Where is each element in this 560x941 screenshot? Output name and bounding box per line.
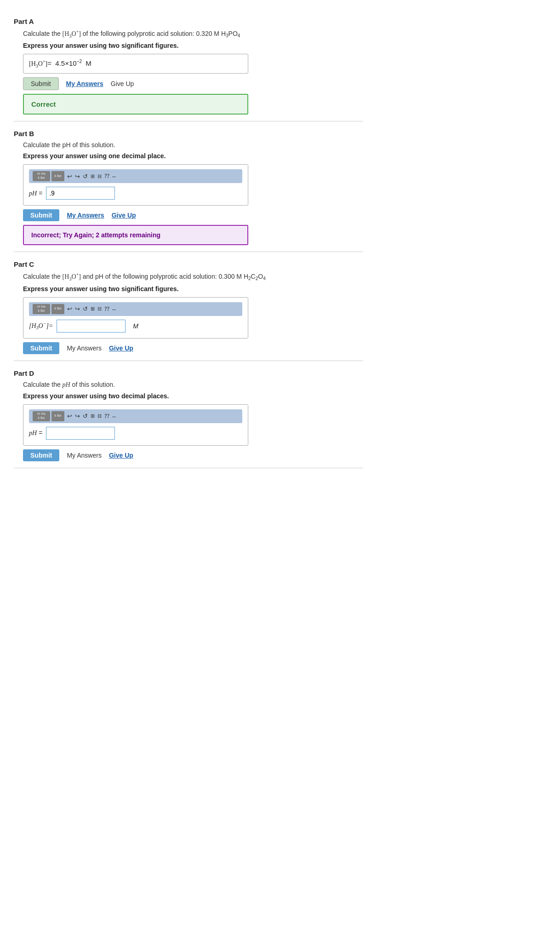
part-d-help-icon[interactable]: ⁇: [104, 413, 109, 419]
part-c-input[interactable]: [57, 320, 126, 333]
part-a-give-up-link[interactable]: Give Up: [111, 80, 134, 87]
part-d-label: Part D: [14, 369, 363, 377]
part-c-refresh-icon[interactable]: ↺: [83, 305, 88, 312]
part-d-answer-box: H Heli Be li Be ↩ ↪ ↺ ⊞ ⊟ ⁇ – pH =: [23, 404, 248, 446]
part-d-toolbar-btn2[interactable]: li Be: [51, 411, 64, 421]
part-a-answer-display: [H3O+]= 4.5×10−2 M: [23, 54, 248, 74]
part-b-incorrect-box: Incorrect; Try Again; 2 attempts remaini…: [23, 225, 248, 245]
part-a-status-text: Correct: [31, 100, 56, 108]
part-c-copy-icon[interactable]: ⊞: [91, 306, 95, 312]
part-c-menu-icon[interactable]: –: [112, 305, 116, 313]
part-c-input-label: [H3O−]=: [29, 321, 53, 330]
part-c-answer-box: H Heli Be li Be ↩ ↪ ↺ ⊞ ⊟ ⁇ – [H3O−]= M: [23, 297, 248, 339]
part-b: Part B Calculate the pH of this solution…: [14, 121, 363, 252]
part-d-submit-button[interactable]: Submit: [23, 449, 59, 461]
part-d-toolbar: H Heli Be li Be ↩ ↪ ↺ ⊞ ⊟ ⁇ –: [29, 409, 242, 423]
part-b-question: Calculate the pH of this solution.: [23, 141, 363, 149]
part-b-redo-icon[interactable]: ↪: [75, 173, 80, 180]
part-b-menu-icon[interactable]: –: [112, 172, 116, 180]
part-c-help-icon[interactable]: ⁇: [104, 306, 109, 312]
part-d-my-answers-link[interactable]: My Answers: [67, 452, 101, 459]
part-b-undo-icon[interactable]: ↩: [67, 173, 72, 180]
part-a-actions: Submit My Answers Give Up: [23, 77, 363, 90]
part-c-my-answers-link[interactable]: My Answers: [67, 344, 101, 352]
part-d-paste-icon[interactable]: ⊟: [97, 413, 102, 419]
part-c-toolbar-btn1[interactable]: H Heli Be: [33, 304, 50, 314]
part-c-toolbar: H Heli Be li Be ↩ ↪ ↺ ⊞ ⊟ ⁇ –: [29, 302, 242, 316]
part-a-label: Part A: [14, 17, 363, 25]
part-b-toolbar-btn1[interactable]: H Heli Be: [33, 171, 50, 181]
part-b-actions: Submit My Answers Give Up: [23, 209, 363, 221]
part-d-copy-icon[interactable]: ⊞: [91, 413, 95, 419]
part-d-instruction: Express your answer using two decimal pl…: [23, 392, 363, 400]
part-d-refresh-icon[interactable]: ↺: [83, 413, 88, 419]
part-c-input-row: [H3O−]= M: [29, 320, 242, 333]
part-a-instruction: Express your answer using two significan…: [23, 42, 363, 49]
part-c-toolbar-btn2[interactable]: li Be: [51, 304, 64, 314]
part-a-submit-button[interactable]: Submit: [23, 77, 59, 90]
part-d-toolbar-btn1[interactable]: H Heli Be: [33, 411, 50, 421]
part-a-question: Calculate the [H3O+] of the following po…: [23, 29, 363, 38]
part-a-my-answers-link[interactable]: My Answers: [66, 80, 103, 87]
part-c-actions: Submit My Answers Give Up: [23, 342, 363, 354]
part-d-redo-icon[interactable]: ↪: [75, 413, 80, 419]
part-c-question: Calculate the [H3O+] and pH of the follo…: [23, 272, 363, 281]
part-b-toolbar-buttons: H Heli Be li Be: [33, 171, 64, 181]
part-c-paste-icon[interactable]: ⊟: [97, 306, 102, 312]
part-d-menu-icon[interactable]: –: [112, 413, 116, 420]
part-d-actions: Submit My Answers Give Up: [23, 449, 363, 461]
part-d: Part D Calculate the pH of this solution…: [14, 361, 363, 468]
part-c-unit: M: [133, 322, 138, 330]
part-a: Part A Calculate the [H3O+] of the follo…: [14, 9, 363, 121]
part-b-my-answers-link[interactable]: My Answers: [67, 212, 104, 219]
part-b-submit-button[interactable]: Submit: [23, 209, 59, 221]
part-d-undo-icon[interactable]: ↩: [67, 413, 72, 419]
part-b-input-row: pH =: [29, 187, 242, 200]
part-b-toolbar-btn2[interactable]: li Be: [51, 171, 64, 181]
part-b-status-text: Incorrect; Try Again; 2 attempts remaini…: [31, 231, 160, 239]
part-b-input[interactable]: [46, 187, 115, 200]
part-d-input-label: pH =: [29, 429, 42, 437]
part-d-give-up-link[interactable]: Give Up: [109, 452, 133, 459]
part-b-paste-icon[interactable]: ⊟: [97, 173, 102, 179]
part-d-input-row: pH =: [29, 427, 242, 440]
part-b-instruction: Express your answer using one decimal pl…: [23, 152, 363, 160]
part-c-give-up-link[interactable]: Give Up: [109, 344, 133, 352]
part-d-input[interactable]: [46, 427, 115, 440]
part-c-label: Part C: [14, 260, 363, 268]
part-c-toolbar-buttons: H Heli Be li Be: [33, 304, 64, 314]
part-c-undo-icon[interactable]: ↩: [67, 305, 72, 312]
part-d-toolbar-buttons: H Heli Be li Be: [33, 411, 64, 421]
part-b-label: Part B: [14, 130, 363, 138]
part-d-question: Calculate the pH of this solution.: [23, 381, 363, 389]
part-b-help-icon[interactable]: ⁇: [104, 173, 109, 179]
part-b-copy-icon[interactable]: ⊞: [91, 173, 95, 179]
part-b-refresh-icon[interactable]: ↺: [83, 173, 88, 180]
part-c: Part C Calculate the [H3O+] and pH of th…: [14, 252, 363, 361]
part-c-instruction: Express your answer using two significan…: [23, 285, 363, 293]
part-b-input-label: pH =: [29, 189, 42, 197]
part-a-correct-box: Correct: [23, 94, 248, 115]
part-b-answer-box: H Heli Be li Be ↩ ↪ ↺ ⊞ ⊟ ⁇ – pH =: [23, 164, 248, 206]
part-b-toolbar: H Heli Be li Be ↩ ↪ ↺ ⊞ ⊟ ⁇ –: [29, 169, 242, 183]
part-b-give-up-link[interactable]: Give Up: [112, 212, 136, 219]
part-c-submit-button[interactable]: Submit: [23, 342, 59, 354]
part-c-redo-icon[interactable]: ↪: [75, 305, 80, 312]
